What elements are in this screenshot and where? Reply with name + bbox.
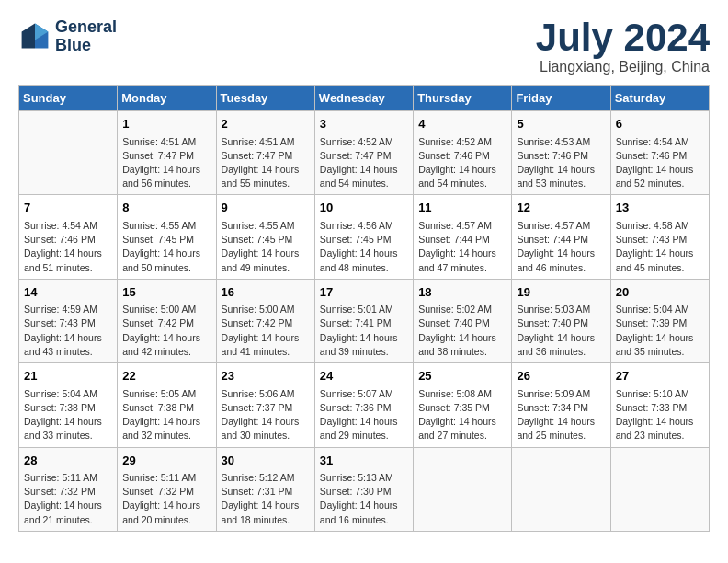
day-number: 30 bbox=[222, 452, 310, 470]
day-info: Sunrise: 4:57 AMSunset: 7:44 PMDaylight:… bbox=[517, 219, 605, 275]
day-number: 24 bbox=[320, 367, 408, 385]
day-number: 17 bbox=[320, 283, 408, 302]
day-info: Sunrise: 5:05 AMSunset: 7:38 PMDaylight:… bbox=[122, 387, 210, 443]
calendar-cell: 17Sunrise: 5:01 AMSunset: 7:41 PMDayligh… bbox=[314, 279, 413, 362]
day-info: Sunrise: 5:13 AMSunset: 7:30 PMDaylight:… bbox=[320, 471, 408, 527]
day-info: Sunrise: 4:51 AMSunset: 7:47 PMDaylight:… bbox=[222, 135, 310, 191]
day-number: 7 bbox=[24, 199, 112, 217]
day-number: 15 bbox=[122, 283, 210, 302]
day-info: Sunrise: 5:10 AMSunset: 7:33 PMDaylight:… bbox=[616, 387, 704, 443]
calendar-cell: 8Sunrise: 4:55 AMSunset: 7:45 PMDaylight… bbox=[118, 195, 216, 279]
month-title: July 2024 bbox=[536, 18, 710, 57]
day-number: 12 bbox=[517, 199, 605, 217]
day-info: Sunrise: 4:57 AMSunset: 7:44 PMDaylight:… bbox=[418, 219, 506, 275]
day-number: 10 bbox=[320, 199, 408, 217]
location-subtitle: Liangxiang, Beijing, China bbox=[536, 59, 710, 75]
day-number: 14 bbox=[24, 283, 112, 302]
calendar-cell: 1Sunrise: 4:51 AMSunset: 7:47 PMDaylight… bbox=[118, 111, 216, 195]
calendar-cell bbox=[512, 447, 610, 531]
day-number: 26 bbox=[517, 367, 605, 385]
calendar-cell: 21Sunrise: 5:04 AMSunset: 7:38 PMDayligh… bbox=[19, 363, 118, 447]
calendar-cell: 27Sunrise: 5:10 AMSunset: 7:33 PMDayligh… bbox=[610, 363, 709, 447]
day-number: 28 bbox=[24, 452, 112, 470]
calendar-cell: 20Sunrise: 5:04 AMSunset: 7:39 PMDayligh… bbox=[610, 279, 709, 362]
calendar-cell: 3Sunrise: 4:52 AMSunset: 7:47 PMDaylight… bbox=[314, 111, 413, 195]
day-info: Sunrise: 4:52 AMSunset: 7:46 PMDaylight:… bbox=[418, 135, 506, 191]
day-info: Sunrise: 5:01 AMSunset: 7:41 PMDaylight:… bbox=[320, 303, 408, 359]
day-number: 1 bbox=[122, 115, 210, 133]
calendar-cell: 15Sunrise: 5:00 AMSunset: 7:42 PMDayligh… bbox=[118, 279, 216, 362]
weekday-header-thursday: Thursday bbox=[414, 86, 512, 111]
day-number: 21 bbox=[24, 367, 112, 385]
title-block: July 2024 Liangxiang, Beijing, China bbox=[536, 18, 710, 75]
weekday-header-friday: Friday bbox=[512, 86, 610, 111]
week-row-2: 7Sunrise: 4:54 AMSunset: 7:46 PMDaylight… bbox=[19, 195, 710, 279]
weekday-header-row: SundayMondayTuesdayWednesdayThursdayFrid… bbox=[19, 86, 710, 111]
day-number: 20 bbox=[616, 283, 704, 302]
day-info: Sunrise: 4:55 AMSunset: 7:45 PMDaylight:… bbox=[222, 219, 310, 275]
day-info: Sunrise: 4:59 AMSunset: 7:43 PMDaylight:… bbox=[24, 303, 112, 359]
calendar-cell: 28Sunrise: 5:11 AMSunset: 7:32 PMDayligh… bbox=[19, 447, 118, 531]
day-number: 4 bbox=[418, 115, 506, 133]
calendar-cell: 18Sunrise: 5:02 AMSunset: 7:40 PMDayligh… bbox=[414, 279, 512, 362]
day-info: Sunrise: 5:04 AMSunset: 7:38 PMDaylight:… bbox=[24, 387, 112, 443]
day-info: Sunrise: 5:00 AMSunset: 7:42 PMDaylight:… bbox=[222, 303, 310, 359]
day-number: 9 bbox=[222, 199, 310, 217]
day-number: 3 bbox=[320, 115, 408, 133]
day-info: Sunrise: 4:53 AMSunset: 7:46 PMDaylight:… bbox=[517, 135, 605, 191]
day-number: 23 bbox=[222, 367, 310, 385]
day-info: Sunrise: 5:12 AMSunset: 7:31 PMDaylight:… bbox=[222, 471, 310, 527]
day-info: Sunrise: 5:04 AMSunset: 7:39 PMDaylight:… bbox=[616, 303, 704, 359]
day-info: Sunrise: 4:54 AMSunset: 7:46 PMDaylight:… bbox=[616, 135, 704, 191]
calendar-cell: 23Sunrise: 5:06 AMSunset: 7:37 PMDayligh… bbox=[216, 363, 314, 447]
day-number: 29 bbox=[122, 452, 210, 470]
calendar-cell: 26Sunrise: 5:09 AMSunset: 7:34 PMDayligh… bbox=[512, 363, 610, 447]
calendar-cell: 6Sunrise: 4:54 AMSunset: 7:46 PMDaylight… bbox=[610, 111, 709, 195]
day-number: 18 bbox=[418, 283, 506, 302]
day-number: 6 bbox=[616, 115, 704, 133]
day-info: Sunrise: 4:58 AMSunset: 7:43 PMDaylight:… bbox=[616, 219, 704, 275]
calendar-cell: 19Sunrise: 5:03 AMSunset: 7:40 PMDayligh… bbox=[512, 279, 610, 362]
week-row-5: 28Sunrise: 5:11 AMSunset: 7:32 PMDayligh… bbox=[19, 447, 710, 531]
day-info: Sunrise: 4:56 AMSunset: 7:45 PMDaylight:… bbox=[320, 219, 408, 275]
calendar-cell: 7Sunrise: 4:54 AMSunset: 7:46 PMDaylight… bbox=[19, 195, 118, 279]
day-number: 25 bbox=[418, 367, 506, 385]
day-number: 31 bbox=[320, 452, 408, 470]
day-info: Sunrise: 5:06 AMSunset: 7:37 PMDaylight:… bbox=[222, 387, 310, 443]
logo-text: General Blue bbox=[55, 18, 117, 55]
calendar-cell: 2Sunrise: 4:51 AMSunset: 7:47 PMDaylight… bbox=[216, 111, 314, 195]
day-info: Sunrise: 4:55 AMSunset: 7:45 PMDaylight:… bbox=[122, 219, 210, 275]
calendar-cell: 4Sunrise: 4:52 AMSunset: 7:46 PMDaylight… bbox=[414, 111, 512, 195]
weekday-header-monday: Monday bbox=[118, 86, 216, 111]
calendar-cell bbox=[610, 447, 709, 531]
day-number: 19 bbox=[517, 283, 605, 302]
calendar-cell: 22Sunrise: 5:05 AMSunset: 7:38 PMDayligh… bbox=[118, 363, 216, 447]
day-info: Sunrise: 4:51 AMSunset: 7:47 PMDaylight:… bbox=[122, 135, 210, 191]
week-row-4: 21Sunrise: 5:04 AMSunset: 7:38 PMDayligh… bbox=[19, 363, 710, 447]
calendar-cell: 30Sunrise: 5:12 AMSunset: 7:31 PMDayligh… bbox=[216, 447, 314, 531]
logo-icon bbox=[18, 20, 51, 53]
calendar-cell: 5Sunrise: 4:53 AMSunset: 7:46 PMDaylight… bbox=[512, 111, 610, 195]
day-info: Sunrise: 5:02 AMSunset: 7:40 PMDaylight:… bbox=[418, 303, 506, 359]
day-number: 13 bbox=[616, 199, 704, 217]
day-info: Sunrise: 4:52 AMSunset: 7:47 PMDaylight:… bbox=[320, 135, 408, 191]
calendar-cell: 16Sunrise: 5:00 AMSunset: 7:42 PMDayligh… bbox=[216, 279, 314, 362]
calendar-cell: 14Sunrise: 4:59 AMSunset: 7:43 PMDayligh… bbox=[19, 279, 118, 362]
page-header: General Blue July 2024 Liangxiang, Beiji… bbox=[18, 18, 710, 75]
weekday-header-tuesday: Tuesday bbox=[216, 86, 314, 111]
week-row-3: 14Sunrise: 4:59 AMSunset: 7:43 PMDayligh… bbox=[19, 279, 710, 362]
logo: General Blue bbox=[18, 18, 117, 55]
day-info: Sunrise: 5:00 AMSunset: 7:42 PMDaylight:… bbox=[122, 303, 210, 359]
calendar-table: SundayMondayTuesdayWednesdayThursdayFrid… bbox=[18, 85, 710, 532]
calendar-cell: 25Sunrise: 5:08 AMSunset: 7:35 PMDayligh… bbox=[414, 363, 512, 447]
calendar-cell bbox=[19, 111, 118, 195]
day-info: Sunrise: 5:11 AMSunset: 7:32 PMDaylight:… bbox=[24, 471, 112, 527]
day-number: 8 bbox=[122, 199, 210, 217]
day-number: 22 bbox=[122, 367, 210, 385]
calendar-cell: 13Sunrise: 4:58 AMSunset: 7:43 PMDayligh… bbox=[610, 195, 709, 279]
weekday-header-saturday: Saturday bbox=[610, 86, 709, 111]
calendar-cell: 29Sunrise: 5:11 AMSunset: 7:32 PMDayligh… bbox=[118, 447, 216, 531]
weekday-header-wednesday: Wednesday bbox=[314, 86, 413, 111]
calendar-cell: 12Sunrise: 4:57 AMSunset: 7:44 PMDayligh… bbox=[512, 195, 610, 279]
weekday-header-sunday: Sunday bbox=[19, 86, 118, 111]
